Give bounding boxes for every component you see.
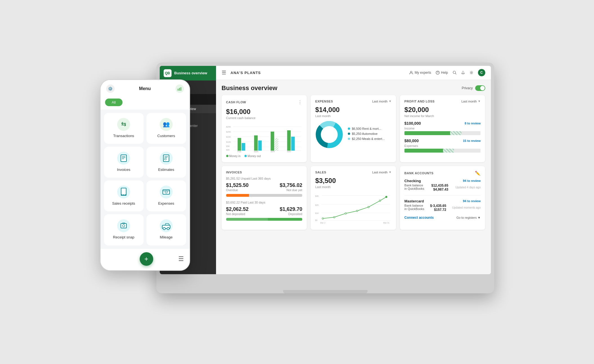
svg-text:$10K: $10K — [226, 141, 231, 143]
svg-text:$2K: $2K — [315, 204, 319, 206]
svg-rect-29 — [291, 137, 295, 151]
mileage-icon — [159, 219, 173, 233]
sales-chart: $3K $2K $1K $0 — [315, 191, 391, 225]
phone-fab-button[interactable]: + — [140, 252, 153, 266]
expenses-card: EXPENSES Last month ▼ $14,000 Last month — [311, 95, 396, 162]
privacy-toggle[interactable]: Privacy — [462, 85, 485, 91]
cashflow-chart-svg: $25K $20K $15K $10K $5K $0K — [226, 122, 302, 153]
invoices-card: INVOICES $5,281.52 Unpaid Last 365 days … — [222, 166, 307, 230]
phone-card-sales-receipts[interactable]: Sales receipts — [104, 180, 144, 211]
pl-income-amount: $100,000 — [404, 121, 421, 126]
sales-dropdown-arrow: ▼ — [389, 171, 391, 174]
phone-card-transactions[interactable]: ⇆ Transactions — [104, 113, 144, 144]
svg-rect-80 — [121, 224, 126, 228]
invoices-not-deposited-amount: $2,062.52 — [226, 206, 249, 212]
checking-account-row: Checking 94 to review Bank balance in Qu… — [404, 179, 481, 191]
svg-text:MAR: MAR — [254, 150, 258, 153]
cashflow-card: CASH FLOW ⋮ $16,000 Current cash balance… — [222, 95, 307, 162]
expenses-period-selector[interactable]: Last month ▼ — [372, 100, 391, 103]
my-experts-button[interactable]: My experts — [409, 71, 431, 75]
expenses-legend: $6,500 Rent & mort... $5,250 Automotive … — [348, 127, 391, 142]
connect-accounts-link[interactable]: Connect accounts — [404, 216, 434, 220]
cashflow-title: CASH FLOW — [226, 101, 246, 104]
invoices-phone-label: Invoices — [117, 168, 130, 172]
checking-balance-row: Bank balance in QuickBooks $12,435.65 $4… — [404, 184, 481, 191]
phone-gear-button[interactable]: ⚙️ — [106, 84, 115, 93]
svg-point-9 — [471, 72, 472, 73]
pl-expenses-review[interactable]: 15 to review — [463, 139, 481, 142]
checking-review-link[interactable]: 94 to review — [463, 179, 481, 182]
phone-card-invoices[interactable]: Invoices — [104, 147, 144, 178]
legend-item-meals: $2,250 Meals & entert... — [348, 137, 391, 140]
bank-divider — [404, 195, 481, 196]
invoices-unpaid-row: $1,525.50 Overdue $3,756.02 Not due yet — [226, 182, 302, 192]
estimates-icon — [159, 151, 173, 165]
sales-period-selector[interactable]: Last month ▼ — [372, 171, 391, 174]
privacy-switch[interactable] — [475, 85, 485, 91]
pl-period-selector[interactable]: Last month ▼ — [461, 100, 480, 103]
bank-edit-icon[interactable]: ✏️ — [475, 171, 480, 176]
dashboard-grid: CASH FLOW ⋮ $16,000 Current cash balance… — [216, 95, 491, 235]
svg-text:$25K: $25K — [226, 126, 231, 128]
sales-receipts-label: Sales receipts — [112, 201, 135, 206]
invoices-overdue-bar — [226, 194, 249, 197]
go-to-registers-link[interactable]: Go to registers ▼ — [456, 216, 480, 219]
filter-all[interactable]: All — [105, 99, 123, 106]
pl-expenses-bar — [404, 149, 481, 153]
hamburger-button[interactable]: ☰ — [222, 70, 226, 76]
invoices-phone-icon — [117, 151, 131, 165]
invoices-not-due-label: Not due yet — [280, 188, 302, 192]
transactions-icon: ⇆ — [117, 117, 131, 131]
mastercard-balance-row: Bank balance in QuickBooks $-3,435.65 $1… — [404, 204, 481, 212]
invoices-not-deposited-label: Not deposited — [226, 212, 249, 216]
phone-card-expenses[interactable]: Expenses — [146, 180, 186, 211]
invoices-not-due: $3,756.02 Not due yet — [280, 182, 302, 192]
notifications-button[interactable] — [461, 71, 465, 75]
mastercard-review-link[interactable]: 94 to review — [463, 199, 481, 203]
mastercard-updated: Updated moments ago — [452, 206, 480, 209]
svg-rect-69 — [163, 155, 169, 162]
phone-card-customers[interactable]: 👥 Customers — [146, 113, 186, 144]
help-button[interactable]: Help — [436, 71, 448, 75]
expenses-header: EXPENSES Last month ▼ — [315, 100, 391, 103]
expenses-phone-label: Expenses — [158, 201, 174, 206]
pl-income-label: Income — [404, 127, 481, 130]
expenses-content: $6,500 Rent & mort... $5,250 Automotive … — [315, 120, 391, 149]
svg-text:$0K: $0K — [226, 149, 230, 151]
phone-inner: ⚙️ Menu All ⇆ Transactions — [101, 80, 190, 270]
svg-text:$3K: $3K — [315, 195, 319, 197]
mastercard-account-name: Mastercard 94 to review — [404, 199, 481, 203]
svg-text:MAY: MAY — [287, 150, 291, 153]
svg-point-7 — [453, 71, 455, 74]
sales-header: SALES Last month ▼ — [315, 171, 391, 174]
sales-card: SALES Last month ▼ $3,500 Last month $3K — [311, 166, 396, 230]
pl-income-review[interactable]: 8 to review — [465, 122, 481, 125]
cashflow-menu[interactable]: ⋮ — [298, 100, 302, 105]
invoices-deposited-label: Deposited — [280, 212, 302, 216]
mastercard-bank-balance: Bank balance in QuickBooks — [404, 204, 424, 212]
settings-button[interactable] — [470, 71, 473, 75]
avatar[interactable]: C — [478, 69, 485, 76]
search-button[interactable] — [453, 71, 457, 75]
svg-rect-28 — [287, 130, 291, 150]
pl-card: PROFIT AND LOSS Last month ▼ $20,000 Net… — [400, 95, 485, 162]
pl-expenses-row: $80,000 15 to review Expenses — [404, 139, 481, 153]
sidebar-header-title: Business overview — [174, 71, 207, 75]
pl-income-hatch — [450, 131, 462, 135]
svg-point-53 — [385, 196, 387, 198]
bank-title: BANK ACCOUNTS — [404, 171, 433, 175]
phone-chart-button[interactable] — [175, 84, 184, 93]
pl-header: PROFIT AND LOSS Last month ▼ — [404, 100, 481, 103]
phone-card-estimates[interactable]: Estimates — [146, 147, 186, 178]
mastercard-account-row: Mastercard 94 to review Bank balance in … — [404, 199, 481, 212]
phone-card-mileage[interactable]: Mileage — [146, 214, 186, 245]
invoices-overdue-amount: $1,525.50 — [226, 182, 249, 188]
checking-updated: Updated 4 days ago — [455, 186, 481, 189]
brand-name: ANA'S PLANTS — [231, 71, 261, 75]
pl-expenses-fill — [404, 149, 454, 153]
phone-card-receipt-snap[interactable]: Receipt snap — [104, 214, 144, 245]
svg-rect-57 — [179, 88, 180, 91]
svg-rect-25 — [258, 140, 262, 151]
pl-expenses-header: $80,000 15 to review — [404, 139, 481, 143]
phone-hamburger-button[interactable]: ☰ — [178, 255, 184, 263]
